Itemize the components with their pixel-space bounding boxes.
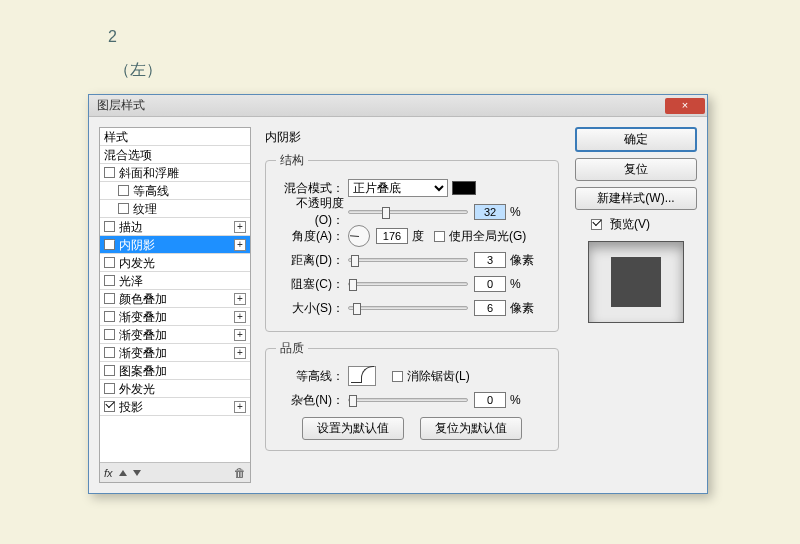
panel-title: 内阴影	[265, 129, 559, 146]
sidebar-item[interactable]: 等高线	[100, 182, 250, 200]
layer-style-dialog: 图层样式 × 样式 混合选项斜面和浮雕等高线纹理描边+内阴影+内发光光泽颜色叠加…	[88, 94, 708, 494]
style-label: 混合选项	[104, 146, 152, 164]
opacity-input[interactable]	[474, 204, 506, 220]
preview-label: 预览(V)	[610, 216, 650, 233]
angle-label: 角度(A)：	[276, 228, 348, 245]
style-label: 内阴影	[119, 236, 155, 254]
sidebar-item[interactable]: 投影+	[100, 398, 250, 416]
sidebar-item[interactable]: 混合选项	[100, 146, 250, 164]
style-label: 渐变叠加	[119, 308, 167, 326]
ok-button[interactable]: 确定	[575, 127, 697, 152]
noise-slider[interactable]	[348, 398, 468, 402]
opacity-slider[interactable]	[348, 210, 468, 214]
styles-sidebar: 样式 混合选项斜面和浮雕等高线纹理描边+内阴影+内发光光泽颜色叠加+渐变叠加+渐…	[99, 127, 251, 483]
sidebar-item[interactable]: 光泽	[100, 272, 250, 290]
style-checkbox[interactable]	[104, 239, 115, 250]
style-checkbox[interactable]	[104, 311, 115, 322]
choke-slider[interactable]	[348, 282, 468, 286]
contour-picker[interactable]	[348, 366, 376, 386]
dialog-right-column: 确定 复位 新建样式(W)... 预览(V)	[569, 127, 697, 483]
distance-slider[interactable]	[348, 258, 468, 262]
add-instance-icon[interactable]: +	[234, 401, 246, 413]
distance-label: 距离(D)：	[276, 252, 348, 269]
preview-checkbox[interactable]	[591, 219, 602, 230]
reset-default-button[interactable]: 复位为默认值	[420, 417, 522, 440]
global-light-label: 使用全局光(G)	[449, 228, 526, 245]
style-checkbox[interactable]	[104, 293, 115, 304]
add-instance-icon[interactable]: +	[234, 239, 246, 251]
size-slider[interactable]	[348, 306, 468, 310]
opacity-label: 不透明度(O)：	[276, 195, 348, 229]
titlebar[interactable]: 图层样式 ×	[89, 95, 707, 117]
distance-input[interactable]	[474, 252, 506, 268]
style-checkbox[interactable]	[118, 203, 129, 214]
sidebar-item[interactable]: 纹理	[100, 200, 250, 218]
noise-label: 杂色(N)：	[276, 392, 348, 409]
angle-dial[interactable]	[348, 225, 370, 247]
close-button[interactable]: ×	[665, 98, 705, 114]
style-checkbox[interactable]	[118, 185, 129, 196]
choke-label: 阻塞(C)：	[276, 276, 348, 293]
new-style-button[interactable]: 新建样式(W)...	[575, 187, 697, 210]
sidebar-item[interactable]: 颜色叠加+	[100, 290, 250, 308]
reset-button[interactable]: 复位	[575, 158, 697, 181]
size-label: 大小(S)：	[276, 300, 348, 317]
add-instance-icon[interactable]: +	[234, 347, 246, 359]
styles-header[interactable]: 样式	[100, 128, 250, 146]
sidebar-item[interactable]: 内发光	[100, 254, 250, 272]
style-checkbox[interactable]	[104, 383, 115, 394]
sidebar-item[interactable]: 内阴影+	[100, 236, 250, 254]
sidebar-item[interactable]: 渐变叠加+	[100, 308, 250, 326]
add-instance-icon[interactable]: +	[234, 329, 246, 341]
choke-input[interactable]	[474, 276, 506, 292]
sidebar-item[interactable]: 外发光	[100, 380, 250, 398]
style-label: 外发光	[119, 380, 155, 398]
size-input[interactable]	[474, 300, 506, 316]
sidebar-item[interactable]: 描边+	[100, 218, 250, 236]
preview-box	[588, 241, 684, 323]
structure-legend: 结构	[276, 152, 308, 169]
style-label: 等高线	[133, 182, 169, 200]
add-instance-icon[interactable]: +	[234, 293, 246, 305]
style-checkbox[interactable]	[104, 221, 115, 232]
style-checkbox[interactable]	[104, 167, 115, 178]
angle-input[interactable]	[376, 228, 408, 244]
style-label: 描边	[119, 218, 143, 236]
blend-mode-select[interactable]: 正片叠底	[348, 179, 448, 197]
sidebar-item[interactable]: 斜面和浮雕	[100, 164, 250, 182]
style-checkbox[interactable]	[104, 347, 115, 358]
size-unit: 像素	[510, 300, 534, 317]
fx-menu[interactable]: fx	[104, 467, 113, 479]
style-checkbox[interactable]	[104, 365, 115, 376]
sidebar-item[interactable]: 图案叠加	[100, 362, 250, 380]
add-instance-icon[interactable]: +	[234, 311, 246, 323]
style-checkbox[interactable]	[104, 275, 115, 286]
color-swatch[interactable]	[452, 181, 476, 195]
noise-unit: %	[510, 393, 521, 407]
trash-icon[interactable]: 🗑	[234, 466, 246, 480]
antialias-checkbox[interactable]	[392, 371, 403, 382]
add-instance-icon[interactable]: +	[234, 221, 246, 233]
make-default-button[interactable]: 设置为默认值	[302, 417, 404, 440]
global-light-checkbox[interactable]	[434, 231, 445, 242]
style-checkbox[interactable]	[104, 257, 115, 268]
outer-line1: 2	[108, 28, 162, 46]
style-label: 渐变叠加	[119, 326, 167, 344]
angle-unit: 度	[412, 228, 424, 245]
move-down-icon[interactable]	[133, 470, 141, 476]
settings-panel: 内阴影 结构 混合模式： 正片叠底 不透明度(O)： %	[251, 127, 569, 483]
quality-group: 品质 等高线： 消除锯齿(L) 杂色(N)： % 设置为默认值 复位为默认值	[265, 340, 559, 451]
sidebar-item[interactable]: 渐变叠加+	[100, 326, 250, 344]
style-label: 纹理	[133, 200, 157, 218]
noise-input[interactable]	[474, 392, 506, 408]
preview-swatch	[611, 257, 661, 307]
style-label: 斜面和浮雕	[119, 164, 179, 182]
move-up-icon[interactable]	[119, 470, 127, 476]
sidebar-item[interactable]: 渐变叠加+	[100, 344, 250, 362]
style-label: 渐变叠加	[119, 344, 167, 362]
blend-mode-label: 混合模式：	[276, 180, 348, 197]
style-checkbox[interactable]	[104, 329, 115, 340]
style-label: 颜色叠加	[119, 290, 167, 308]
contour-label: 等高线：	[276, 368, 348, 385]
style-checkbox[interactable]	[104, 401, 115, 412]
